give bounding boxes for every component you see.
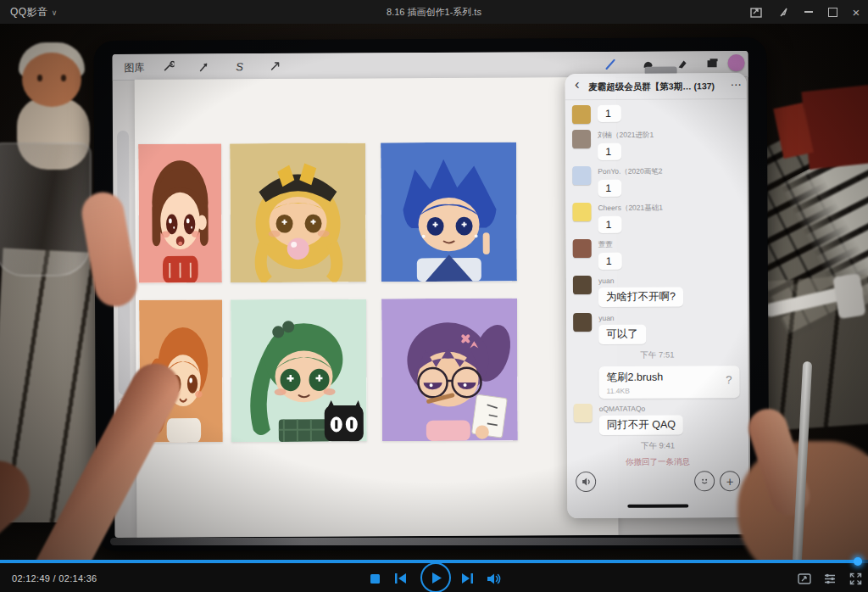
chat-message: oQMATATAQo 同打不开 QAQ [574, 403, 742, 435]
gallery-button: 图库 [125, 61, 145, 75]
video-title: 8.16 插画创作1-系列.ts [0, 6, 868, 19]
chat-back-icon: ‹ [570, 76, 584, 93]
volume-button[interactable] [485, 570, 504, 587]
ipad: 图库 S [93, 37, 769, 551]
video-capture-button[interactable] [795, 569, 814, 588]
voice-button [576, 472, 596, 492]
minimize-icon [804, 11, 813, 13]
play-button[interactable] [420, 562, 451, 592]
artwork-girl-pink-bob [138, 143, 222, 283]
message-bubble: 1 [598, 180, 621, 197]
snapshot-button[interactable] [748, 4, 765, 20]
message-bubble: 同打不开 QAQ [599, 415, 683, 435]
plush-eye [37, 75, 42, 81]
speaker-icon [581, 477, 591, 487]
seek-handle[interactable] [854, 557, 862, 566]
message-bubble: 1 [598, 253, 622, 270]
next-icon [461, 573, 473, 584]
artwork-girl-green-cat [231, 299, 367, 442]
sender-name: 萱萱 [598, 240, 613, 250]
artwork-girl-blonde-hat [230, 142, 366, 282]
sender-name: 刘楠（2021进阶1 [598, 131, 654, 141]
stop-icon [370, 574, 380, 584]
app-name: QQ影音 [10, 6, 48, 18]
chevron-down-icon: ∨ [52, 8, 58, 17]
time-position: 02:12:49 [12, 573, 50, 584]
next-button[interactable] [458, 570, 476, 587]
glass-cup [0, 142, 92, 276]
volume-icon [487, 573, 501, 584]
time-duration: 02:14:36 [58, 573, 97, 584]
seek-bar-fill [0, 560, 858, 563]
selection-label: S [236, 60, 243, 73]
ipad-screen: 图库 S [113, 51, 751, 538]
previous-button[interactable] [392, 570, 410, 587]
maximize-button[interactable] [824, 4, 841, 20]
file-status-badge: ? [726, 373, 732, 386]
time-separator: / [53, 573, 56, 584]
avatar [574, 404, 593, 422]
stop-button[interactable] [366, 570, 383, 587]
message-bubble: 1 [598, 143, 621, 160]
transform-arrow-icon [267, 59, 284, 74]
minimize-button[interactable] [800, 4, 817, 20]
fullscreen-button[interactable] [846, 569, 865, 588]
close-button[interactable]: × [848, 4, 865, 20]
avatar [572, 130, 591, 148]
sender-name: Cheers（2021基础1 [598, 204, 663, 214]
avatar [572, 105, 591, 124]
avatar [572, 166, 591, 185]
popup-play-button[interactable] [775, 4, 792, 20]
snapshot-icon [750, 7, 762, 18]
player-control-bar: 02:12:49 / 02:14:36 [0, 560, 868, 592]
adjustments-wand-icon [196, 59, 213, 74]
plus-icon: + [726, 474, 734, 489]
chat-message: yuan 可以了 [573, 312, 741, 344]
sender-name: PonYo.（2020画笔2 [598, 167, 662, 177]
avatar [573, 276, 592, 294]
file-attachment: 笔刷2.brush 11.4KB ? [598, 366, 739, 399]
selection-tool-icon: S [231, 59, 248, 74]
avatar [573, 313, 592, 332]
playlist-settings-button[interactable] [821, 569, 839, 588]
title-bar: QQ影音∨ 8.16 插画创作1-系列.ts × [0, 0, 868, 25]
sender-name: yuan [598, 276, 614, 285]
previous-icon [395, 573, 407, 584]
layers-icon [704, 56, 721, 71]
playlist-settings-icon [823, 572, 837, 585]
chat-group-title: 麦霸超级会员群【第3期… (137) [584, 81, 720, 93]
actions-wrench-icon [160, 59, 177, 75]
time-display: 02:12:49 / 02:14:36 [12, 573, 97, 584]
play-icon [432, 572, 442, 584]
ipad-bottom-edge [110, 538, 754, 545]
timestamp: 下午 7:51 [573, 349, 741, 361]
artwork-girl-purple-glasses [381, 298, 518, 441]
color-swatch [728, 54, 745, 71]
message-bubble: 可以了 [598, 325, 646, 344]
app-menu[interactable]: QQ影音∨ [10, 5, 58, 20]
fullscreen-icon [849, 572, 862, 585]
chat-message: 刘楠（2021进阶1 1 [572, 129, 740, 160]
file-size: 11.4KB [607, 386, 732, 395]
emoji-button [694, 471, 715, 491]
avatar [573, 239, 592, 258]
chat-message: 1 [572, 104, 740, 124]
chat-header: ‹ 麦霸超级会员群【第3期… (137) ⋯ [565, 73, 747, 100]
sender-name: oQMATATAQo [599, 405, 646, 413]
attach-plus-button: + [720, 471, 740, 491]
plush-eye [61, 75, 66, 81]
chat-message: yuan 为啥打不开啊? [573, 275, 741, 307]
doodle-sticker [744, 366, 748, 399]
maximize-icon [828, 8, 837, 17]
video-frame[interactable]: 图库 S [0, 24, 868, 560]
file-name: 笔刷2.brush [606, 370, 732, 385]
chat-input-bar: + [567, 462, 748, 502]
chat-message: Cheers（2021基础1 1 [572, 202, 740, 233]
brush-icon [603, 57, 620, 72]
ipad-home-indicator [627, 504, 688, 507]
qq-player-window: QQ影音∨ 8.16 插画创作1-系列.ts × [0, 0, 868, 592]
artwork-boy-blue [381, 142, 517, 282]
chat-message-list: 1 刘楠（2021进阶1 1 [565, 99, 748, 473]
message-bubble: 1 [598, 216, 622, 233]
close-icon: × [853, 6, 860, 19]
